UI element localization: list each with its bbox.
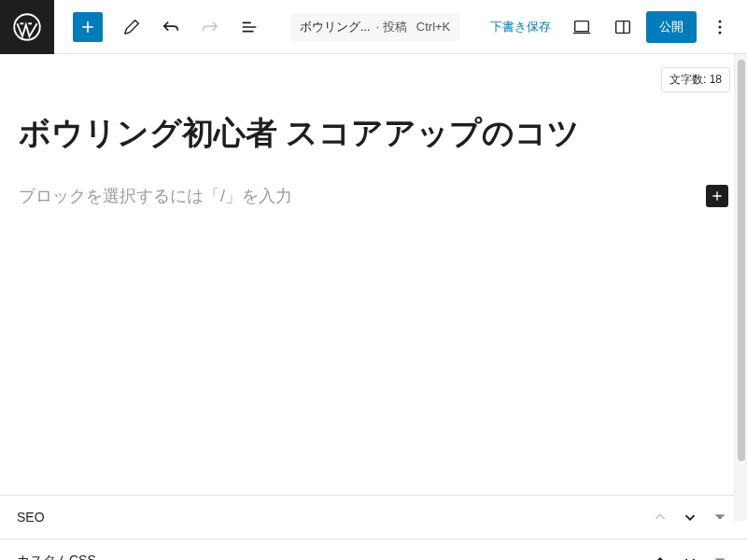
save-draft-link[interactable]: 下書き保存 xyxy=(483,13,558,41)
wordpress-logo[interactable] xyxy=(0,0,54,54)
svg-point-5 xyxy=(719,31,722,34)
panel-title: SEO xyxy=(17,510,45,525)
seo-panel[interactable]: SEO xyxy=(0,495,747,539)
toolbar-center: ボウリング... · 投稿 Ctrl+K xyxy=(267,13,483,41)
svg-rect-1 xyxy=(575,21,589,31)
scrollbar-thumb[interactable] xyxy=(738,60,745,461)
word-count-badge: 文字数: 18 xyxy=(661,67,730,92)
top-toolbar: ボウリング... · 投稿 Ctrl+K 下書き保存 公開 xyxy=(0,0,747,54)
post-title[interactable]: ボウリング初心者 スコアアップのコツ xyxy=(19,112,728,153)
preview-button[interactable] xyxy=(564,9,599,45)
svg-point-3 xyxy=(719,20,722,22)
document-overview-button[interactable] xyxy=(232,9,267,45)
toolbar-left xyxy=(54,9,267,45)
svg-rect-2 xyxy=(616,21,630,33)
sidebar-toggle-button[interactable] xyxy=(605,9,641,45)
caret-down-icon[interactable] xyxy=(710,507,730,527)
plus-icon xyxy=(710,189,725,203)
chevron-up-icon[interactable] xyxy=(650,551,670,560)
undo-button[interactable] xyxy=(153,9,189,45)
sidebar-icon xyxy=(613,17,633,37)
doc-type: · 投稿 xyxy=(376,19,407,35)
doc-shortcut: Ctrl+K xyxy=(416,20,450,34)
pencil-icon xyxy=(121,17,142,37)
caret-down-icon[interactable] xyxy=(710,551,730,560)
document-summary[interactable]: ボウリング... · 投稿 Ctrl+K xyxy=(290,13,460,41)
redo-button[interactable] xyxy=(192,9,228,45)
redo-icon xyxy=(200,17,220,37)
more-vertical-icon xyxy=(709,16,731,38)
list-icon xyxy=(239,17,260,37)
toolbar-right: 下書き保存 公開 xyxy=(483,9,747,45)
device-icon xyxy=(571,17,592,37)
add-block-button[interactable] xyxy=(73,12,103,42)
more-options-button[interactable] xyxy=(702,9,738,45)
plus-icon xyxy=(78,18,97,36)
tools-button[interactable] xyxy=(114,9,149,45)
editor-content: ボウリング初心者 スコアアップのコツ ブロックを選択するには「/」を入力 xyxy=(0,54,747,226)
chevron-up-icon[interactable] xyxy=(650,507,670,527)
publish-button[interactable]: 公開 xyxy=(646,11,697,43)
doc-title: ボウリング... xyxy=(300,19,371,35)
undo-icon xyxy=(161,17,181,37)
custom-css-panel[interactable]: カスタムCSS xyxy=(0,539,747,560)
vertical-scrollbar[interactable] xyxy=(734,54,747,521)
chevron-down-icon[interactable] xyxy=(680,551,700,560)
wordpress-icon xyxy=(13,13,41,41)
paragraph-block[interactable]: ブロックを選択するには「/」を入力 xyxy=(19,185,728,207)
panel-controls xyxy=(650,507,730,527)
panel-controls xyxy=(650,551,730,560)
panel-title: カスタムCSS xyxy=(17,553,96,560)
inline-inserter-button[interactable] xyxy=(706,185,728,207)
svg-point-4 xyxy=(719,25,722,28)
block-placeholder: ブロックを選択するには「/」を入力 xyxy=(19,185,706,207)
chevron-down-icon[interactable] xyxy=(680,507,700,527)
editor-area: 文字数: 18 ボウリング初心者 スコアアップのコツ ブロックを選択するには「/… xyxy=(0,54,747,495)
